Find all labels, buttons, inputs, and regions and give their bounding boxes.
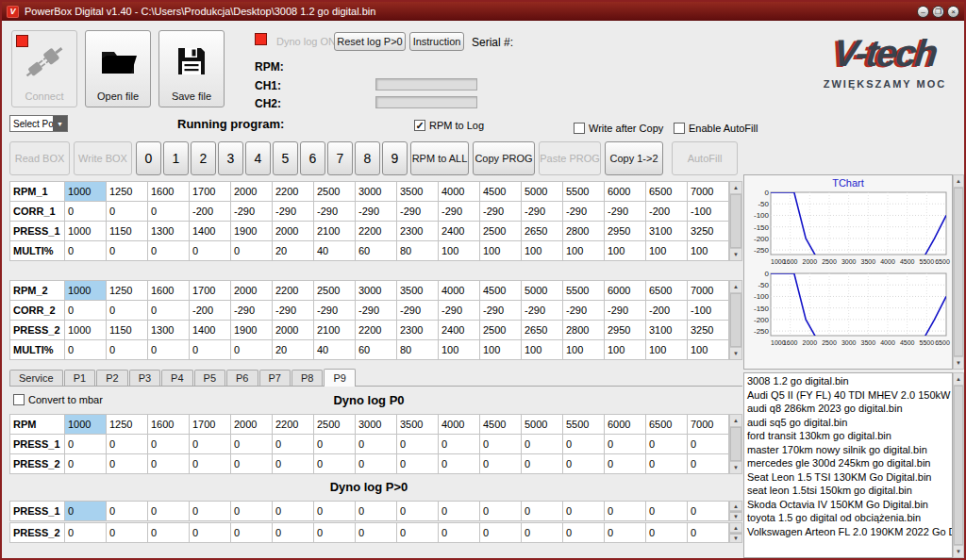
table-cell[interactable]: 2200 — [273, 182, 314, 202]
autofill-button[interactable]: AutoFill — [672, 141, 738, 175]
tab-p5[interactable]: P5 — [194, 370, 225, 386]
table-cell[interactable]: 6500 — [646, 415, 688, 435]
table-cell[interactable]: -290 — [522, 301, 563, 321]
table-cell[interactable]: 0 — [688, 502, 729, 521]
table-cell[interactable]: 0 — [107, 523, 148, 543]
table-cell[interactable]: 0 — [356, 523, 397, 543]
tab-p1[interactable]: P1 — [64, 370, 95, 386]
digit-button-0[interactable]: 0 — [136, 141, 161, 175]
table-cell[interactable]: 60 — [356, 340, 397, 360]
scrollbar-track[interactable] — [730, 293, 741, 347]
scrollbar-thumb[interactable] — [730, 194, 741, 248]
table-cell[interactable]: 0 — [190, 454, 231, 474]
paste-prog-button[interactable]: Paste PROG — [539, 141, 601, 175]
table-cell[interactable]: 1700 — [190, 281, 231, 301]
table-cell[interactable]: 3000 — [356, 182, 397, 202]
table-cell[interactable]: 1000 — [65, 281, 107, 301]
table-cell[interactable]: 3500 — [397, 415, 439, 435]
table-cell[interactable]: 6000 — [605, 281, 646, 301]
table-cell[interactable]: 0 — [688, 523, 729, 543]
table-cell[interactable]: 0 — [439, 502, 480, 521]
scroll-up-icon[interactable]: ▲ — [954, 373, 963, 386]
table-cell[interactable]: 0 — [190, 502, 231, 521]
table-cell[interactable]: -290 — [605, 301, 646, 321]
tab-p4[interactable]: P4 — [161, 370, 192, 386]
table-cell[interactable]: 0 — [605, 454, 646, 474]
table-cell[interactable]: 0 — [231, 340, 273, 360]
table-cell[interactable]: 3250 — [688, 321, 729, 340]
table-cell[interactable]: 0 — [273, 435, 314, 454]
table-cell[interactable]: 0 — [356, 435, 397, 454]
scroll-down-icon[interactable]: ▼ — [730, 347, 741, 359]
table-cell[interactable]: 100 — [646, 241, 688, 261]
table-cell[interactable]: 2800 — [563, 222, 605, 241]
table-cell[interactable]: -290 — [231, 301, 273, 321]
table-cell[interactable]: 2200 — [356, 321, 397, 340]
table-cell[interactable]: 2200 — [356, 222, 397, 241]
table-cell[interactable]: 0 — [148, 301, 190, 321]
table-cell[interactable]: 100 — [563, 241, 605, 261]
file-list-item[interactable]: audi sq5 go digital.bin — [744, 416, 952, 430]
table-cell[interactable]: 100 — [563, 340, 605, 360]
write-box-button[interactable]: Write BOX — [74, 141, 132, 175]
scrollbar-thumb[interactable] — [730, 533, 741, 535]
table-cell[interactable]: 1600 — [148, 182, 190, 202]
table-cell[interactable]: 0 — [148, 454, 190, 474]
table-cell[interactable]: 0 — [522, 502, 563, 521]
scroll-down-icon[interactable]: ▼ — [954, 545, 963, 557]
file-list-item[interactable]: Volkswagen Arteon FL 2.0 190KM 2022 Go D… — [744, 525, 952, 539]
table-cell[interactable]: 3000 — [356, 415, 397, 435]
save-file-button[interactable]: Save file — [158, 30, 225, 107]
scroll-up-icon[interactable]: ▲ — [730, 523, 741, 533]
table-cell[interactable]: -290 — [522, 202, 563, 222]
maximize-button[interactable]: ❐ — [932, 6, 944, 18]
table-cell[interactable]: 100 — [522, 241, 563, 261]
table-cell[interactable]: 2500 — [480, 222, 522, 241]
table-cell[interactable]: 2950 — [605, 222, 646, 241]
table-cell[interactable]: 0 — [148, 523, 190, 543]
chart-panel-scrollbar[interactable]: ▲▼ — [953, 174, 964, 370]
table-cell[interactable]: 0 — [65, 523, 107, 543]
table-cell[interactable]: 0 — [314, 454, 356, 474]
table-cell[interactable]: 0 — [646, 523, 688, 543]
table-cell[interactable]: 6500 — [646, 281, 688, 301]
digit-button-8[interactable]: 8 — [355, 141, 380, 175]
table-cell[interactable]: 0 — [439, 435, 480, 454]
table-cell[interactable]: 1700 — [190, 182, 231, 202]
table-cell[interactable]: 0 — [273, 454, 314, 474]
table-cell[interactable]: -290 — [480, 301, 522, 321]
table-cell[interactable]: 0 — [190, 435, 231, 454]
table-cell[interactable]: 100 — [480, 340, 522, 360]
table-cell[interactable]: 0 — [480, 454, 522, 474]
table-cell[interactable]: 1900 — [231, 321, 273, 340]
table-cell[interactable]: 3000 — [356, 281, 397, 301]
file-list-item[interactable]: ford transit 130km go digital.bin — [744, 429, 952, 443]
table-cell[interactable]: -200 — [190, 301, 231, 321]
digit-button-5[interactable]: 5 — [273, 141, 298, 175]
table-cell[interactable]: 2000 — [231, 182, 273, 202]
write-after-copy-checkbox[interactable]: Write after Copy — [574, 123, 663, 134]
scroll-down-icon[interactable]: ▼ — [730, 461, 741, 473]
table-cell[interactable]: 0 — [148, 435, 190, 454]
table-cell[interactable]: 0 — [231, 454, 273, 474]
table-cell[interactable]: 0 — [480, 502, 522, 521]
table-cell[interactable]: 0 — [273, 523, 314, 543]
table-cell[interactable]: -290 — [356, 202, 397, 222]
table-cell[interactable]: 20 — [273, 340, 314, 360]
table-cell[interactable]: 0 — [646, 435, 688, 454]
table-cell[interactable]: 100 — [646, 340, 688, 360]
prog1-scrollbar[interactable]: ▲▼ — [729, 181, 742, 261]
table-cell[interactable]: 1300 — [148, 222, 190, 241]
table-cell[interactable]: -290 — [563, 301, 605, 321]
scrollbar-thumb[interactable] — [954, 386, 963, 545]
digit-button-9[interactable]: 9 — [382, 141, 408, 175]
table-cell[interactable]: 0 — [480, 523, 522, 543]
table-cell[interactable]: 2650 — [522, 222, 563, 241]
connect-button[interactable]: Connect — [11, 30, 77, 107]
table-cell[interactable]: 3100 — [646, 222, 688, 241]
table-cell[interactable]: 7000 — [688, 182, 729, 202]
table-cell[interactable]: -290 — [439, 202, 480, 222]
table-cell[interactable]: 0 — [107, 202, 148, 222]
table-cell[interactable]: 0 — [190, 523, 231, 543]
table-cell[interactable]: 1000 — [65, 321, 107, 340]
